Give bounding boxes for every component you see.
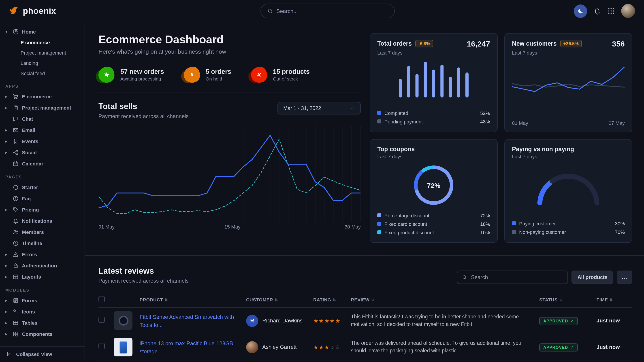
product-link[interactable]: Fitbit Sense Advanced Smartwatch with To… — [140, 314, 234, 328]
sidebar-item-icon — [12, 218, 19, 224]
all-products-filter-button[interactable]: All products — [572, 271, 613, 284]
sidebar-item-icon — [12, 274, 19, 280]
sidebar-item-authentication[interactable]: ▸ Authentication — [0, 260, 84, 271]
search-icon — [462, 275, 468, 280]
column-header-rating[interactable]: RATING⇅ — [313, 297, 351, 302]
total-sells-subtitle: Payment received across all channels — [98, 113, 189, 119]
theme-toggle-button[interactable] — [574, 4, 587, 18]
moon-icon — [577, 7, 584, 14]
sidebar-item-chat[interactable]: ▸ Chat — [0, 113, 84, 124]
sidebar-item-events[interactable]: ▸ Events — [0, 135, 84, 147]
sidebar-item-members[interactable]: ▸ Members — [0, 226, 84, 237]
review-time: Just now — [596, 344, 632, 350]
sidebar-subitem-project-management[interactable]: Project management — [0, 47, 84, 58]
column-header-time[interactable]: TIME⇅ — [596, 297, 632, 302]
caret-right-icon: ▸ — [5, 332, 10, 336]
legend-row: Pending payment 48% — [377, 117, 490, 126]
brand-name: phoenix — [23, 6, 56, 16]
phoenix-dashboard: phoenix ▾ Home E commerce — [0, 0, 644, 362]
sidebar-item-icon — [12, 297, 19, 304]
paying-legend: Paying customer 30% Non-paying customer … — [512, 219, 625, 236]
reviews-search-input[interactable] — [471, 274, 563, 280]
pages-nav: ▸ Starter ▸ Faq ▸ Pricing — [0, 182, 84, 282]
select-all-checkbox[interactable] — [98, 296, 105, 302]
total-orders-bar-chart — [399, 62, 468, 97]
product-link[interactable]: iPhone 13 pro max-Pacific Blue-128GB sto… — [140, 340, 233, 355]
caret-right-icon: ▸ — [5, 252, 10, 257]
sidebar-item-icon — [12, 240, 19, 246]
sidebar-subitem-landing[interactable]: Landing — [0, 58, 84, 68]
sidebar-item-icon — [12, 116, 19, 122]
date-range-select[interactable]: Mar 1 - 31, 2022 — [278, 102, 361, 114]
top-coupons-legend: Percentage discount 72% Fixed card disco… — [377, 211, 490, 237]
global-search-input[interactable] — [276, 8, 388, 14]
caret-right-icon: ▸ — [5, 263, 10, 268]
sidebar-item-email[interactable]: ▸ Email — [0, 124, 84, 135]
sidebar-item-calendar[interactable]: ▸ Calendar — [0, 158, 84, 169]
sidebar-section-modules: MODULES — [5, 288, 84, 293]
more-options-button[interactable]: ... — [617, 271, 632, 284]
collapse-icon — [6, 351, 12, 357]
sidebar-item-timeline[interactable]: ▸ Timeline — [0, 237, 84, 249]
sort-icon: ⇅ — [559, 298, 562, 302]
reviews-title: Latest reviews — [98, 267, 189, 276]
column-header-customer[interactable]: CUSTOMER⇅ — [246, 297, 313, 302]
sidebar-item-icon — [12, 229, 19, 235]
stat-cards: Total orders -6.8% 16,247 Last 7 days Co… — [370, 33, 632, 243]
sidebar-item-icons[interactable]: ▸ Icons — [0, 306, 84, 317]
notifications-button[interactable] — [594, 7, 601, 15]
collapse-sidebar-button[interactable]: Collapsed View — [0, 346, 84, 362]
sort-icon: ⇅ — [332, 298, 336, 302]
trend-badge: +26.5% — [560, 40, 582, 47]
review-text: The order was delivered ahead of schedul… — [351, 340, 539, 355]
sidebar-subitem-social-feed[interactable]: Social feed — [0, 68, 84, 78]
chevron-down-icon — [350, 106, 355, 111]
sidebar-item-home[interactable]: ▾ Home — [0, 26, 84, 37]
sidebar-item-icon — [12, 160, 19, 167]
sidebar-item-tables[interactable]: ▸ Tables — [0, 317, 84, 328]
column-header-status[interactable]: STATUS⇅ — [539, 297, 596, 302]
user-avatar[interactable] — [621, 4, 635, 18]
stat-icon — [98, 67, 114, 83]
global-search — [260, 3, 394, 18]
sidebar-subitem-e-commerce[interactable]: E commerce — [0, 37, 84, 47]
column-header-product[interactable]: PRODUCT⇅ — [140, 297, 246, 302]
caret-right-icon: ▸ — [5, 207, 10, 212]
reviews-search — [457, 271, 568, 284]
sidebar-item-icon — [12, 331, 19, 337]
row-checkbox[interactable] — [98, 317, 105, 323]
sidebar-item-layouts[interactable]: ▸ Layouts — [0, 271, 84, 282]
reviews-table-header: PRODUCT⇅ CUSTOMER⇅ RATING⇅ REVIEW⇅ STATU… — [98, 292, 632, 308]
customer-cell: Ashley Garrett — [246, 341, 313, 353]
caret-right-icon: ▸ — [5, 274, 10, 279]
sidebar-item-starter[interactable]: ▸ Starter — [0, 182, 84, 193]
product-thumbnail — [114, 338, 132, 357]
sidebar-item-e-commerce[interactable]: ▸ E commerce — [0, 91, 84, 102]
sidebar: ▾ Home E commerce Project management Lan… — [0, 22, 85, 362]
caret-right-icon: ▸ — [5, 105, 10, 110]
rating-stars: ★★★★★ — [313, 317, 351, 324]
bell-icon — [594, 7, 601, 15]
caret-right-icon: ▸ — [5, 298, 10, 303]
sidebar-item-project-management[interactable]: ▸ Project management — [0, 102, 84, 113]
sidebar-item-forms[interactable]: ▸ Forms — [0, 295, 84, 306]
brand[interactable]: phoenix — [0, 5, 85, 16]
total-sells-x-axis: 01 May 15 May 30 May — [98, 224, 361, 232]
home-subnav: E commerce Project management Landing So… — [0, 37, 84, 78]
status-badge: APPROVED✓ — [539, 344, 578, 352]
apps-grid-button[interactable] — [607, 7, 615, 15]
legend-swatch — [377, 222, 381, 226]
sidebar-item-faq[interactable]: ▸ Faq — [0, 193, 84, 204]
total-orders-card: Total orders -6.8% 16,247 Last 7 days Co… — [370, 33, 498, 132]
avatar: R — [246, 315, 258, 327]
sidebar-item-notifications[interactable]: ▸ Notifications — [0, 215, 84, 226]
sidebar-item-components[interactable]: ▸ Components — [0, 328, 84, 340]
sidebar-item-errors[interactable]: ▸ Errors — [0, 249, 84, 260]
column-header-review[interactable]: REVIEW⇅ — [351, 297, 539, 302]
row-checkbox[interactable] — [98, 343, 105, 349]
sidebar-item-social[interactable]: ▸ Social — [0, 147, 84, 158]
sidebar-item-pricing[interactable]: ▸ Pricing — [0, 204, 84, 215]
top-coupons-donut-chart: 72% — [412, 164, 455, 207]
review-text: This Fitbit is fantastic! I was trying t… — [351, 313, 539, 328]
legend-swatch — [512, 221, 516, 225]
